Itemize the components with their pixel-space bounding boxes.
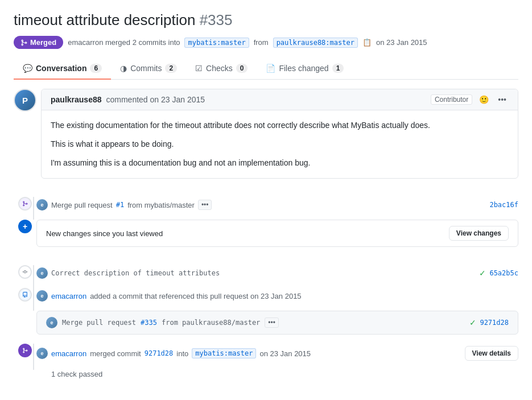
- ref-commit-left: e Merge pull request #335 from paulkraus…: [46, 317, 279, 328]
- commit1-svg-icon: [22, 269, 28, 275]
- merged-event-icon: [18, 344, 32, 357]
- merge-icon: [20, 39, 27, 46]
- files-icon: 📄: [266, 64, 275, 73]
- check-passed: 1 check passed: [51, 370, 518, 378]
- referenced-item: e emacarron added a commit that referenc…: [14, 288, 518, 302]
- base-branch[interactable]: mybatis:master: [184, 38, 249, 48]
- main-comment: paulkrause88 commented on 23 Jan 2015 Co…: [41, 89, 518, 179]
- comment-line2: This is what it appears to be doing.: [51, 138, 509, 150]
- files-count: 1: [332, 64, 344, 73]
- merge-text: Merge pull request: [51, 201, 113, 209]
- tab-checks[interactable]: ☑ Checks 0: [186, 58, 257, 80]
- merge-event-item: e Merge pull request #1 from mybatis/mas…: [14, 197, 518, 211]
- commit1-hash[interactable]: 65a2b5c: [489, 269, 518, 277]
- view-changes-button[interactable]: View changes: [449, 226, 509, 241]
- referenced-content: e emacarron added a commit that referenc…: [36, 288, 518, 302]
- merge-avatar: e: [36, 199, 48, 211]
- referenced-commit-box: e Merge pull request #335 from paulkraus…: [36, 311, 518, 335]
- tab-commits[interactable]: ◑ Commits 2: [111, 58, 186, 80]
- merged-event-content: e emacarron merged commit 9271d28 into m…: [36, 344, 518, 361]
- tab-bar: 💬 Conversation 6 ◑ Commits 2 ☑ Checks 0 …: [14, 58, 518, 80]
- merged-badge: Merged: [14, 36, 63, 49]
- commit1-hash-area: ✓ 65a2b5c: [479, 269, 518, 278]
- ref-commit-hash-area: ✓ 9271d28: [469, 318, 509, 327]
- tab-conversation[interactable]: 💬 Conversation 6: [14, 58, 111, 80]
- check-icon: ✓: [479, 269, 486, 278]
- merge-small-icon: [22, 201, 28, 207]
- main-comment-wrapper: P paulkrause88 commented on 23 Jan 2015 …: [14, 89, 518, 188]
- author-avatar: P: [14, 89, 36, 112]
- referenced-text: added a commit that referenced this pull…: [90, 292, 301, 300]
- merged-event-item: e emacarron merged commit 9271d28 into m…: [14, 344, 518, 361]
- commits-icon: ◑: [120, 64, 127, 73]
- merged-author[interactable]: emacarron: [51, 349, 86, 358]
- merged-svg-icon: [22, 348, 28, 353]
- comment-line3: I'm assuming this is a documentation bug…: [51, 157, 509, 169]
- pr-title: timeout attribute description #335: [14, 11, 518, 29]
- pr-title-text: timeout attribute description: [14, 11, 195, 28]
- merge-event-content: e Merge pull request #1 from mybatis/mas…: [36, 197, 518, 211]
- comment-author[interactable]: paulkrause88: [51, 95, 102, 104]
- ref-commit-hash[interactable]: 9271d28: [480, 319, 509, 327]
- commit1-icon: [18, 265, 32, 279]
- new-changes-text: New changes since you last viewed: [46, 229, 163, 238]
- commits-count: 2: [165, 64, 177, 73]
- ref-check-icon: ✓: [469, 318, 476, 327]
- new-changes-icon: +: [18, 220, 32, 233]
- merge-event-icon: [18, 197, 32, 211]
- checks-icon: ☑: [195, 64, 203, 73]
- comment-header-right: Contributor 🙂 •••: [431, 94, 509, 105]
- referenced-left: e emacarron added a commit that referenc…: [36, 290, 302, 302]
- referenced-svg-icon: [22, 292, 28, 298]
- referenced-icon: [18, 288, 32, 302]
- timeline: P paulkrause88 commented on 23 Jan 2015 …: [14, 89, 518, 378]
- commit1-message: Correct description of timeout attribute…: [51, 269, 220, 277]
- comment-body: The existing documentation for the timeo…: [42, 110, 518, 178]
- merge-hash[interactable]: 2bac16f: [489, 201, 518, 209]
- merged-commit-id[interactable]: 9271d28: [145, 349, 174, 357]
- head-branch[interactable]: paulkrause88:master: [273, 38, 358, 48]
- commit1-avatar: e: [36, 267, 48, 279]
- check-passed-text: 1 check passed: [51, 370, 102, 378]
- new-changes-wrapper: + New changes since you last viewed View…: [14, 220, 518, 256]
- merge-more-button[interactable]: •••: [198, 200, 212, 210]
- view-details-button[interactable]: View details: [465, 346, 518, 361]
- ref-commit-link[interactable]: #335: [141, 319, 157, 327]
- commit1-left: e Correct description of timeout attribu…: [36, 267, 220, 279]
- referenced-author[interactable]: emacarron: [51, 292, 86, 300]
- ref-commit-avatar: e: [46, 317, 57, 328]
- conversation-count: 6: [90, 64, 102, 73]
- merge-pr-link[interactable]: #1: [116, 201, 124, 209]
- commit1-content: e Correct description of timeout attribu…: [36, 265, 518, 279]
- merge-date: on 23 Jan 2015: [376, 38, 427, 47]
- merged-branch[interactable]: mybatis:master: [192, 348, 256, 358]
- referenced-avatar: e: [36, 290, 48, 302]
- merged-text: merged commit: [90, 349, 141, 358]
- commit1-item: e Correct description of timeout attribu…: [14, 265, 518, 279]
- checks-count: 0: [236, 64, 248, 73]
- ref-commit-more-button[interactable]: •••: [265, 317, 279, 328]
- merged-date: on 23 Jan 2015: [259, 349, 311, 358]
- new-changes-bar: New changes since you last viewed View c…: [36, 220, 518, 247]
- contributor-badge: Contributor: [431, 94, 472, 105]
- merged-text: emacarron merged 2 commits into: [68, 38, 180, 47]
- tab-files-changed[interactable]: 📄 Files changed 1: [257, 58, 353, 80]
- ref-commit-text: Merge pull request: [62, 319, 136, 327]
- comment-line1: The existing documentation for the timeo…: [51, 119, 509, 131]
- merged-event-left: e emacarron merged commit 9271d28 into m…: [36, 348, 311, 359]
- merged-avatar: e: [36, 348, 48, 359]
- more-options-button[interactable]: •••: [496, 94, 509, 105]
- pr-number: #335: [200, 11, 233, 28]
- ref-commit-rest: from paulkrause88/master: [162, 319, 260, 327]
- merge-rest: from mybatis/master: [127, 201, 195, 209]
- referenced-commit-wrapper: e Merge pull request #335 from paulkraus…: [14, 311, 518, 335]
- pr-meta: Merged emacarron merged 2 commits into m…: [14, 36, 518, 49]
- merge-event-left: e Merge pull request #1 from mybatis/mas…: [36, 199, 212, 211]
- merged-into: into: [176, 349, 188, 358]
- comment-header-left: paulkrause88 commented on 23 Jan 2015: [51, 95, 205, 104]
- comment-header: paulkrause88 commented on 23 Jan 2015 Co…: [42, 89, 518, 110]
- emoji-button[interactable]: 🙂: [477, 94, 491, 105]
- conversation-icon: 💬: [23, 64, 32, 73]
- comment-timestamp: commented on 23 Jan 2015: [106, 95, 205, 104]
